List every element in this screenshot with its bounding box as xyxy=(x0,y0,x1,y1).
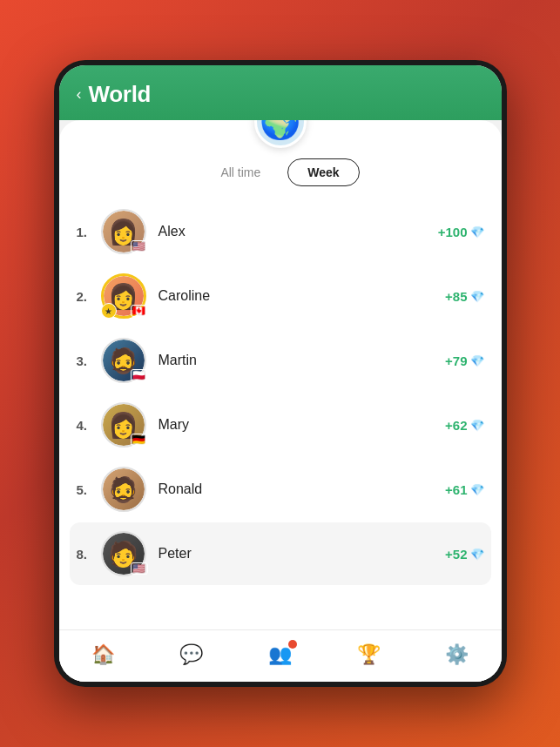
flag-badge: 🇵🇱 xyxy=(131,369,148,381)
content-card: 🌍 All time Week 1. 👩 xyxy=(59,120,502,682)
avatar: 👩 🇩🇪 xyxy=(101,402,146,448)
table-row[interactable]: 4. 👩 🇩🇪 Mary +62 💎 xyxy=(70,394,491,456)
avatar: 🧔 xyxy=(101,467,146,512)
bottom-nav: 🏠 💬 👥 🏆 ⚙️ xyxy=(59,629,502,682)
rank-2: 2. xyxy=(77,289,101,304)
user-name: Peter xyxy=(159,546,446,562)
gem-icon: 💎 xyxy=(470,419,484,432)
table-row[interactable]: 2. 👩 ★ 🇨🇦 Caroline +85 💎 xyxy=(70,265,491,327)
flag-badge: 🇩🇪 xyxy=(131,434,148,446)
back-button[interactable]: ‹ xyxy=(77,85,82,104)
star-badge: ★ xyxy=(101,303,117,319)
gem-icon: 💎 xyxy=(470,548,484,561)
globe-icon: 🌍 xyxy=(254,120,307,148)
gem-icon: 💎 xyxy=(470,290,484,303)
score: +100 💎 xyxy=(438,225,484,239)
score: +52 💎 xyxy=(445,547,483,562)
user-name: Mary xyxy=(159,417,446,433)
tabs-container: All time Week xyxy=(59,158,502,186)
nav-item-home[interactable]: 🏠 xyxy=(79,640,127,670)
gem-icon: 💎 xyxy=(470,354,484,367)
gem-icon: 💎 xyxy=(470,483,484,496)
header: ‹ World xyxy=(59,65,502,120)
avatar: 🧑 🇺🇸 xyxy=(101,531,146,576)
tab-all-time[interactable]: All time xyxy=(200,158,280,186)
score: +62 💎 xyxy=(445,418,483,433)
device-frame: ‹ World 🌍 All time Week xyxy=(54,60,507,687)
score: +61 💎 xyxy=(445,482,483,497)
friends-badge xyxy=(288,640,297,649)
user-name: Alex xyxy=(159,224,438,239)
chat-icon: 💬 xyxy=(179,643,203,666)
nav-item-trophy[interactable]: 🏆 xyxy=(345,640,393,670)
table-row[interactable]: 3. 🧔 🇵🇱 Martin +79 💎 xyxy=(70,329,491,392)
home-icon: 🏠 xyxy=(91,643,115,666)
user-name: Martin xyxy=(159,353,446,368)
rank-3: 3. xyxy=(77,353,101,368)
settings-icon: ⚙️ xyxy=(445,643,469,666)
score: +79 💎 xyxy=(445,353,483,368)
user-name: Ronald xyxy=(159,481,446,497)
leaderboard-list: 1. 👩 🇺🇸 Alex +100 💎 2. xyxy=(59,200,502,629)
trophy-icon: 🏆 xyxy=(357,643,381,666)
nav-item-settings[interactable]: ⚙️ xyxy=(433,640,481,670)
nav-item-friends[interactable]: 👥 xyxy=(256,640,304,670)
flag-badge: 🇨🇦 xyxy=(131,305,148,317)
rank-5: 5. xyxy=(77,482,101,497)
avatar: 🧔 🇵🇱 xyxy=(101,338,146,383)
flag-badge: 🇺🇸 xyxy=(131,562,148,575)
gem-icon: 💎 xyxy=(470,225,484,239)
page-title: World xyxy=(89,81,152,108)
rank-8: 8. xyxy=(77,547,101,562)
avatar: 👩 ★ 🇨🇦 xyxy=(101,273,146,319)
table-row[interactable]: 5. 🧔 Ronald +61 💎 xyxy=(70,458,491,521)
table-row[interactable]: 8. 🧑 🇺🇸 Peter +52 💎 xyxy=(70,522,491,585)
nav-item-chat[interactable]: 💬 xyxy=(167,640,215,670)
score: +85 💎 xyxy=(445,289,483,304)
flag-badge: 🇺🇸 xyxy=(131,240,148,252)
globe-container: 🌍 xyxy=(59,120,502,148)
table-row[interactable]: 1. 👩 🇺🇸 Alex +100 💎 xyxy=(70,200,491,263)
rank-1: 1. xyxy=(77,225,101,239)
avatar: 👩 🇺🇸 xyxy=(101,209,146,254)
tab-week[interactable]: Week xyxy=(287,158,359,186)
user-name: Caroline xyxy=(159,288,446,304)
screen: ‹ World 🌍 All time Week xyxy=(59,65,502,682)
rank-4: 4. xyxy=(77,418,101,433)
